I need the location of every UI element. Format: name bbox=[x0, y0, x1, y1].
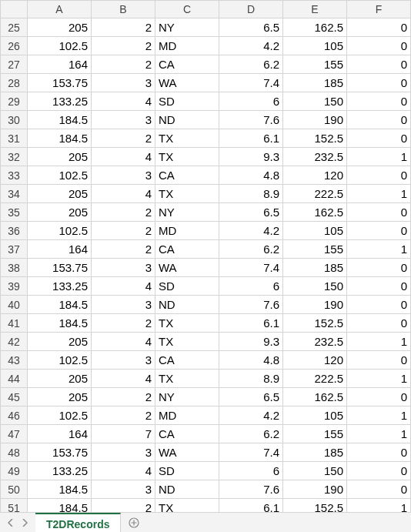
cell[interactable]: 8.9 bbox=[219, 370, 283, 388]
cell[interactable]: MD bbox=[155, 222, 219, 240]
select-all-corner[interactable] bbox=[0, 0, 28, 18]
column-header[interactable]: B bbox=[92, 0, 155, 18]
cell[interactable]: 155 bbox=[283, 425, 347, 443]
cell[interactable]: 184.5 bbox=[28, 296, 92, 314]
cell[interactable]: NY bbox=[155, 18, 219, 37]
cell[interactable]: 0 bbox=[347, 166, 411, 185]
cell[interactable]: 7.4 bbox=[219, 443, 283, 462]
cell[interactable]: 2 bbox=[92, 388, 155, 407]
new-sheet-button[interactable] bbox=[121, 517, 147, 528]
cell[interactable]: 162.5 bbox=[283, 18, 347, 37]
cell[interactable]: 0 bbox=[347, 388, 411, 407]
cell[interactable]: 152.5 bbox=[283, 129, 347, 148]
cell[interactable]: 2 bbox=[92, 314, 155, 333]
cell[interactable]: 6.2 bbox=[219, 425, 283, 443]
cell[interactable]: 205 bbox=[28, 18, 92, 37]
cell[interactable]: 4.2 bbox=[219, 407, 283, 425]
cell[interactable]: 6.5 bbox=[219, 388, 283, 407]
cell[interactable]: 0 bbox=[347, 462, 411, 480]
cell[interactable]: 105 bbox=[283, 407, 347, 425]
cell[interactable]: 102.5 bbox=[28, 407, 92, 425]
cell[interactable]: 105 bbox=[283, 222, 347, 240]
cell[interactable]: 205 bbox=[28, 148, 92, 166]
cell[interactable]: 0 bbox=[347, 259, 411, 277]
column-header[interactable]: D bbox=[219, 0, 283, 18]
cell[interactable]: 153.75 bbox=[28, 259, 92, 277]
cell[interactable]: 4.8 bbox=[219, 351, 283, 370]
cell[interactable]: 150 bbox=[283, 92, 347, 111]
cell[interactable]: 4 bbox=[92, 148, 155, 166]
row-header[interactable]: 50 bbox=[0, 480, 28, 499]
cell[interactable]: 155 bbox=[283, 240, 347, 259]
cell[interactable]: 0 bbox=[347, 37, 411, 55]
cell[interactable]: 8.9 bbox=[219, 185, 283, 203]
cell[interactable]: 0 bbox=[347, 480, 411, 499]
row-header[interactable]: 43 bbox=[0, 351, 28, 370]
cell[interactable]: TX bbox=[155, 185, 219, 203]
cell[interactable]: TX bbox=[155, 148, 219, 166]
cell[interactable]: 1 bbox=[347, 333, 411, 351]
row-header[interactable]: 28 bbox=[0, 74, 28, 92]
cell[interactable]: 162.5 bbox=[283, 203, 347, 222]
row-header[interactable]: 38 bbox=[0, 259, 28, 277]
cell[interactable]: 105 bbox=[283, 37, 347, 55]
row-header[interactable]: 40 bbox=[0, 296, 28, 314]
cell[interactable]: WA bbox=[155, 74, 219, 92]
cell[interactable]: 190 bbox=[283, 296, 347, 314]
cell[interactable]: 7 bbox=[92, 425, 155, 443]
cell[interactable]: 0 bbox=[347, 222, 411, 240]
cell[interactable]: 4 bbox=[92, 370, 155, 388]
cell[interactable]: ND bbox=[155, 480, 219, 499]
cell[interactable]: 3 bbox=[92, 480, 155, 499]
cell[interactable]: 6.1 bbox=[219, 314, 283, 333]
cell[interactable]: 0 bbox=[347, 111, 411, 129]
cell[interactable]: 205 bbox=[28, 333, 92, 351]
row-header[interactable]: 25 bbox=[0, 18, 28, 37]
cell[interactable]: TX bbox=[155, 129, 219, 148]
row-header[interactable]: 47 bbox=[0, 425, 28, 443]
cell[interactable]: 4 bbox=[92, 462, 155, 480]
row-header[interactable]: 48 bbox=[0, 443, 28, 462]
cell[interactable]: 120 bbox=[283, 166, 347, 185]
cell[interactable]: 0 bbox=[347, 129, 411, 148]
cell[interactable]: 133.25 bbox=[28, 277, 92, 296]
cell[interactable]: TX bbox=[155, 333, 219, 351]
cell[interactable]: 4 bbox=[92, 185, 155, 203]
cell[interactable]: CA bbox=[155, 351, 219, 370]
cell[interactable]: 7.6 bbox=[219, 296, 283, 314]
cell[interactable]: 185 bbox=[283, 443, 347, 462]
cell[interactable]: 2 bbox=[92, 203, 155, 222]
column-header[interactable]: A bbox=[28, 0, 92, 18]
cell[interactable]: 152.5 bbox=[283, 314, 347, 333]
cell[interactable]: 184.5 bbox=[28, 129, 92, 148]
cell[interactable]: CA bbox=[155, 55, 219, 74]
cell[interactable]: ND bbox=[155, 296, 219, 314]
cell[interactable]: 205 bbox=[28, 388, 92, 407]
cell[interactable]: 4 bbox=[92, 92, 155, 111]
cell[interactable]: 0 bbox=[347, 351, 411, 370]
cell[interactable]: 153.75 bbox=[28, 74, 92, 92]
cell[interactable]: 0 bbox=[347, 55, 411, 74]
cell[interactable]: 2 bbox=[92, 55, 155, 74]
cell[interactable]: 0 bbox=[347, 443, 411, 462]
spreadsheet-grid[interactable]: ABCDEF252052NY6.5162.5026102.52MD4.21050… bbox=[0, 0, 411, 517]
cell[interactable]: 3 bbox=[92, 296, 155, 314]
row-header[interactable]: 44 bbox=[0, 370, 28, 388]
column-header[interactable]: E bbox=[283, 0, 347, 18]
cell[interactable]: 222.5 bbox=[283, 370, 347, 388]
cell[interactable]: 232.5 bbox=[283, 148, 347, 166]
cell[interactable]: 102.5 bbox=[28, 37, 92, 55]
row-header[interactable]: 37 bbox=[0, 240, 28, 259]
cell[interactable]: 0 bbox=[347, 203, 411, 222]
cell[interactable]: 6 bbox=[219, 277, 283, 296]
cell[interactable]: 0 bbox=[347, 74, 411, 92]
cell[interactable]: 2 bbox=[92, 222, 155, 240]
cell[interactable]: 1 bbox=[347, 148, 411, 166]
cell[interactable]: 1 bbox=[347, 407, 411, 425]
cell[interactable]: 102.5 bbox=[28, 166, 92, 185]
cell[interactable]: 205 bbox=[28, 370, 92, 388]
cell[interactable]: 6.5 bbox=[219, 18, 283, 37]
cell[interactable]: 153.75 bbox=[28, 443, 92, 462]
cell[interactable]: 185 bbox=[283, 74, 347, 92]
cell[interactable]: TX bbox=[155, 314, 219, 333]
